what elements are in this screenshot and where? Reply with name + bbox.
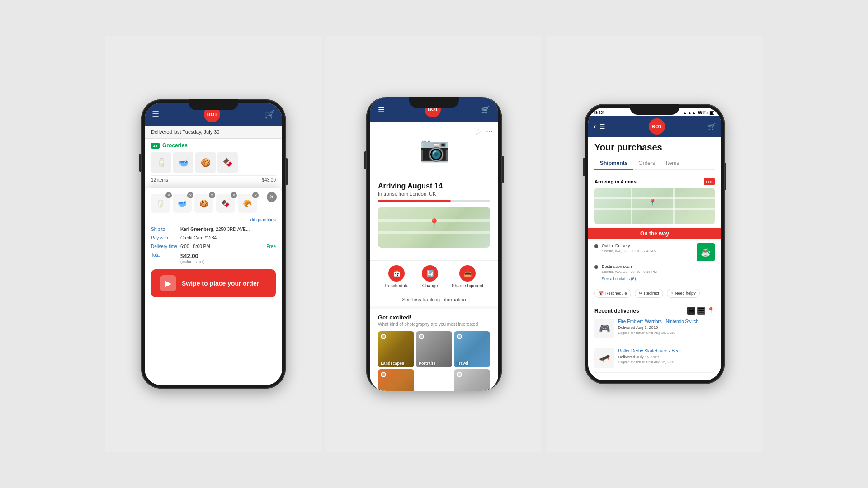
delivery-thumb-1: 🎮 [594,319,614,338]
phone3-cart-icon[interactable]: 🛒 [708,123,716,130]
delivery-name-2[interactable]: Roller Derby Skateboard - Bear [618,348,715,354]
recent-deliveries-section: Recent deliveries ▦ ☰ 📍 🎮 Fire Emblem Wa… [588,303,721,380]
update-info-2: Destination scan Seattle, WA, US · Jul 2… [602,264,657,274]
remove-item-2[interactable]: ✕ [187,192,193,198]
delivery-name-1[interactable]: Fire Emblem Warriors - Nintendo Switch [618,319,715,324]
location-icon[interactable]: 📍 [707,307,715,315]
macro-radio[interactable] [419,372,424,377]
tab-orders[interactable]: Orders [633,157,660,170]
reschedule-button[interactable]: 📅 Reschedule [385,265,409,288]
ship-to-row: Ship to Karl Greenberg, 2250 3RD AVE... [151,227,276,232]
excited-subtitle: What kind of photography are you most in… [378,322,490,327]
product-milk: 🥛 [151,152,171,173]
delivery-thumb-2: 🛹 [594,348,614,368]
status-icons: ▲▲▲ WiFi ▮▯ [683,110,715,115]
delivery-time-value: 6:00 - 8:00 PM [180,244,266,249]
share-shipment-button[interactable]: 📤 Share shipment [452,265,483,288]
map-road-v1 [631,188,632,224]
more-options-button[interactable]: ··· [486,127,493,136]
photo-categories-grid: Landscapes Portraits T [378,331,490,391]
photo-portraits[interactable]: Portraits [416,331,452,367]
product-chocolate: 🍫 [217,152,238,173]
products-row: 🥛 🥣 🍪 🍫 [151,152,276,173]
see-all-updates-link[interactable]: See all updates (6) [602,277,715,281]
star-button[interactable]: ☆ [475,127,482,137]
phone2-cart-icon[interactable]: 🛒 [481,105,490,114]
grid-view-icon[interactable]: ▦ [687,307,695,315]
phone-screen-2: ☰ BO1 🛒 ☆ ··· 📷 Arriving August 14 In tr… [370,97,498,391]
cart-icon[interactable]: 🛒 [265,109,275,119]
items-price: $43.00 [262,178,276,183]
remove-item-4[interactable]: ✕ [231,192,237,198]
update-info-1: Out for Delivery Seattle, WA, US · Jul 3… [602,243,657,253]
redirect-chip-icon: ↪ [639,291,642,296]
delivery-free: Free [266,244,276,249]
reschedule-chip[interactable]: 📅 Reschedule [594,289,631,298]
phone3-hamburger-icon[interactable]: ☰ [599,123,605,130]
status-time: 9:12 [594,110,604,115]
photo-sports[interactable]: Sports [454,369,490,391]
list-view-icon[interactable]: ☰ [697,307,705,315]
on-the-way-banner: On the way [588,228,721,239]
total-note: (includes tax) [180,259,276,264]
redirect-chip[interactable]: ↪ Redirect [635,289,664,298]
update-sub-2: Seattle, WA, US · Jul 29 · 9:15 PM [602,270,657,274]
phone-frame-2: ☰ BO1 🛒 ☆ ··· 📷 Arriving August 14 In tr… [366,97,502,391]
delivery-date-1: Delivered Aug 1, 2019 [618,325,715,330]
back-button[interactable]: ‹ [594,122,596,131]
photo-night[interactable]: Night [378,369,414,391]
excited-section: Get excited! What kind of photography ar… [370,309,498,391]
update-item-2: Destination scan Seattle, WA, US · Jul 2… [594,264,715,274]
remove-item-3[interactable]: ✕ [209,192,215,198]
landscapes-radio[interactable] [381,334,386,339]
tab-shipments[interactable]: Shipments [594,157,633,170]
tab-items[interactable]: Items [660,157,684,170]
portraits-radio[interactable] [419,334,424,339]
phone-screen-1: ☰ BO1 🛒 Delivered last Tuesday, July 30 … [145,103,282,385]
travel-radio[interactable] [457,334,462,339]
battery-icon: ▮▯ [709,110,715,115]
night-radio[interactable] [381,372,386,377]
starbucks-delivery-icon: ☕ [697,243,715,261]
edit-quantities-link[interactable]: Edit quantities [151,217,276,222]
page-title: Your purchases [594,142,715,153]
update-dot-1 [594,244,598,248]
title-section: Your purchases Shipments Orders Items [588,137,721,173]
recent-deliveries-title: Recent deliveries [594,308,639,314]
swipe-order-button[interactable]: ▶ Swipe to place your order [151,269,276,297]
swipe-button-label: Swipe to place your order [182,280,259,287]
arriving-label: Arriving in 4 mins [594,179,637,184]
redirect-chip-label: Redirect [644,291,660,296]
pay-with-label: Pay with [151,235,180,240]
change-button[interactable]: 🔄 Change [422,265,438,288]
photo-landscapes[interactable]: Landscapes [378,331,414,367]
cart-item-3: 🍪 ✕ [194,194,213,213]
update-item-1: Out for Delivery Seattle, WA, US · Jul 3… [594,243,715,261]
see-less-tracking[interactable]: See less tracking information [370,293,498,306]
photo-travel[interactable]: Travel [454,331,490,367]
phone2-hamburger-icon[interactable]: ☰ [378,105,384,114]
arriving-text: Arriving August 14 [378,182,490,190]
remove-item-1[interactable]: ✕ [165,192,172,198]
product-cereal: 🥣 [173,152,193,173]
cart-items: 🥛 ✕ 🥣 ✕ 🍪 ✕ 🍫 ✕ [151,194,276,213]
delivery-info-2: Roller Derby Skateboard - Bear Delivered… [618,348,715,368]
reschedule-label: Reschedule [385,283,409,288]
item-count-row: 12 items $43.00 [151,175,276,184]
signal-icon: ▲▲▲ [683,110,696,115]
cart-item-4: 🍫 ✕ [216,194,235,213]
sports-radio[interactable] [457,372,462,377]
need-help-chip[interactable]: ? Need help? [667,289,700,298]
product-icon: 📷 [419,135,449,163]
arriving-header: Arriving in 4 mins BO1 [594,178,715,185]
portraits-label: Portraits [419,361,435,366]
hamburger-icon[interactable]: ☰ [152,109,159,119]
landscapes-label: Landscapes [381,361,404,366]
help-chip-label: Need help? [675,291,696,296]
phone-panel-2: ☰ BO1 🛒 ☆ ··· 📷 Arriving August 14 In tr… [326,36,542,452]
remove-item-5[interactable]: ✕ [252,192,259,198]
action-chips-row: 📅 Reschedule ↪ Redirect ? Need help? [588,285,721,301]
share-label: Share shipment [452,283,483,288]
photo-macro[interactable]: Macro [416,369,452,391]
map-road-h2 [594,208,715,210]
